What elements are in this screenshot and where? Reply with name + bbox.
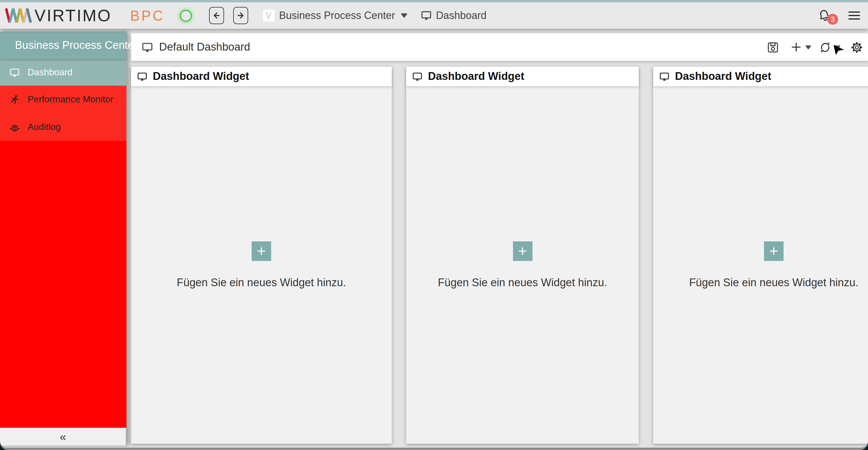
nav-forward-button[interactable] — [233, 7, 248, 24]
monitor-icon — [9, 67, 20, 78]
status-indicator-icon — [180, 9, 192, 22]
save-icon — [766, 40, 779, 54]
breadcrumb-dropdown-button[interactable] — [400, 13, 408, 19]
widget-title: Dashboard Widget — [153, 70, 249, 83]
arrow-left-icon — [212, 11, 221, 20]
desktop-stage: VIRTIMO BPC Bu — [0, 0, 868, 450]
monitor-icon — [137, 71, 148, 82]
widget-body: + Fügen Sie ein neues Widget hinzu. — [131, 86, 392, 444]
widget-body: + Fügen Sie ein neues Widget hinzu. — [653, 86, 868, 444]
settings-button[interactable] — [850, 40, 863, 54]
top-bar: VIRTIMO BPC Bu — [0, 2, 868, 29]
sidebar-item-dashboard[interactable]: Dashboard — [0, 59, 126, 86]
plus-icon — [790, 41, 803, 54]
sidebar-collapse-button[interactable]: « — [0, 428, 126, 445]
breadcrumb-module[interactable]: Business Process Center — [279, 9, 395, 22]
mouse-cursor — [832, 44, 846, 58]
sidebar-header: Business Process Center — [0, 32, 126, 59]
notifications-button[interactable]: 3 — [817, 9, 831, 22]
virtimo-v-icon — [263, 10, 274, 21]
menu-button[interactable] — [848, 10, 860, 21]
virtimo-zigzag-logo — [5, 7, 32, 24]
add-widget-button[interactable]: + — [764, 241, 783, 261]
dashboard-title: Default Dashboard — [159, 41, 250, 54]
widget-header: Dashboard Widget — [131, 67, 392, 86]
sidebar-item-performance-monitor[interactable]: Performance Monitor — [0, 86, 126, 113]
dashboard-widget-3: Dashboard Widget + Fügen Sie ein neues W… — [653, 67, 868, 444]
arrow-right-icon — [236, 11, 245, 20]
chevron-down-icon — [805, 44, 812, 50]
sidebar-item-auditlog[interactable]: Auditlog — [0, 113, 126, 141]
widget-title: Dashboard Widget — [675, 70, 771, 83]
refresh-icon — [818, 40, 832, 54]
add-widget-button[interactable] — [790, 41, 803, 54]
breadcrumb-page[interactable]: Dashboard — [436, 9, 487, 22]
add-widget-hint: Fügen Sie ein neues Widget hinzu. — [177, 276, 346, 289]
widget-body: + Fügen Sie ein neues Widget hinzu. — [406, 86, 639, 444]
sidebar-title: Business Process Center — [15, 39, 137, 52]
monitor-icon — [412, 71, 423, 82]
sidebar: Business Process Center Dashboard — [0, 32, 126, 445]
widget-title: Dashboard Widget — [428, 70, 524, 83]
chevron-down-icon — [400, 13, 408, 19]
monitor-icon — [659, 71, 670, 82]
save-dashboard-button[interactable] — [766, 40, 779, 54]
add-widget-dropdown-button[interactable] — [805, 44, 812, 50]
add-widget-hint: Fügen Sie ein neues Widget hinzu. — [689, 276, 858, 289]
widget-header: Dashboard Widget — [653, 67, 868, 86]
hamburger-icon — [848, 10, 860, 21]
top-accent-line — [0, 0, 868, 2]
sidebar-item-label: Auditlog — [28, 122, 61, 132]
notification-badge: 3 — [827, 14, 838, 25]
add-widget-hint: Fügen Sie ein neues Widget hinzu. — [438, 276, 607, 289]
monitor-icon — [141, 41, 153, 53]
gear-icon — [850, 40, 863, 54]
dashboard-toolbar: Default Dashboard — [131, 33, 868, 61]
add-widget-button[interactable]: + — [252, 241, 271, 261]
brand-product: BPC — [130, 7, 165, 24]
nav-back-button[interactable] — [209, 7, 224, 24]
add-widget-button[interactable]: + — [513, 241, 532, 261]
app-window: VIRTIMO BPC Bu — [0, 0, 868, 448]
brand-name: VIRTIMO — [34, 6, 112, 25]
dashboard-widget-2: Dashboard Widget + Fügen Sie ein neues W… — [406, 67, 639, 444]
auditlog-icon — [9, 122, 20, 132]
dashboard-widget-1: Dashboard Widget + Fügen Sie ein neues W… — [131, 67, 392, 444]
monitor-icon — [421, 10, 432, 21]
widget-grid: Dashboard Widget + Fügen Sie ein neues W… — [131, 67, 868, 444]
widget-header: Dashboard Widget — [406, 67, 639, 86]
app-viewport: VIRTIMO BPC Bu — [0, 0, 868, 450]
refresh-button[interactable] — [818, 40, 832, 54]
sidebar-item-label: Dashboard — [28, 67, 73, 78]
sidebar-filler — [0, 141, 126, 428]
runner-icon — [9, 94, 20, 105]
sidebar-item-label: Performance Monitor — [28, 94, 114, 104]
